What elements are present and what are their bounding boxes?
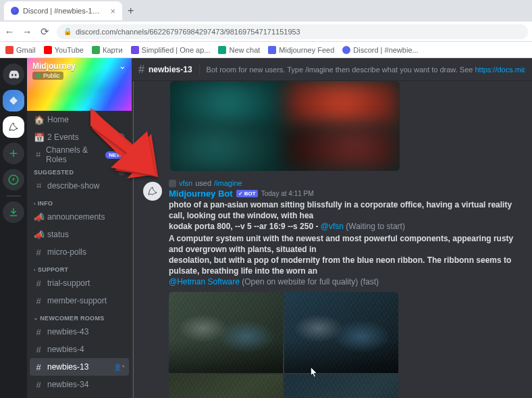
caret-icon: › xyxy=(34,268,36,272)
discord-icon xyxy=(7,68,20,80)
author-name[interactable]: Midjourney Bot xyxy=(169,189,233,199)
hash-icon: # xyxy=(34,278,43,289)
hash-icon: # xyxy=(34,380,43,390)
grid-quad-2 xyxy=(284,292,398,374)
guild-midjourney[interactable] xyxy=(3,116,24,138)
separator xyxy=(199,64,200,75)
bookmarks-bar: Gmail YouTube Карти Simplified | One ap.… xyxy=(0,42,532,58)
browse-icon: ⌗ xyxy=(34,149,42,160)
nav-events[interactable]: 📅 2 Events 2 xyxy=(30,128,129,146)
announce-icon: 📣 xyxy=(34,230,43,240)
bookmark-simplified[interactable]: Simplified | One ap... xyxy=(131,46,211,54)
hash-icon: # xyxy=(34,345,43,355)
channel-status[interactable]: 📣status xyxy=(30,226,129,243)
close-category-icon[interactable] xyxy=(118,169,125,176)
compass-icon xyxy=(7,174,20,186)
verified-icon xyxy=(36,73,41,78)
bot-avatar[interactable] xyxy=(143,182,162,201)
category-suggested[interactable]: SUGGESTED xyxy=(30,164,129,177)
tab-title: Discord | #newbies-13 | Midjo... xyxy=(23,7,103,15)
guild-rail xyxy=(0,58,27,398)
hash-icon: # xyxy=(34,327,43,337)
nav-toolbar: ← → ⟳ 🔒 discord.com/channels/66226797698… xyxy=(0,22,532,42)
forward-button[interactable]: → xyxy=(22,26,32,37)
gear-icon xyxy=(169,180,176,187)
events-count-badge: 2 xyxy=(116,133,125,142)
category-newcomer-rooms[interactable]: ⌄NEWCOMER ROOMS xyxy=(30,309,129,323)
midjourney-icon xyxy=(147,185,159,197)
public-badge: Public xyxy=(32,72,63,80)
channel-newbies-13-selected[interactable]: #newbies-13👤⁺ xyxy=(30,358,129,376)
message-text-2: A computer system unit with the newest a… xyxy=(169,233,523,288)
channel-topic[interactable]: Bot room for new users. Type /imagine th… xyxy=(207,66,525,74)
forum-icon: ⌗ xyxy=(34,180,43,191)
new-badge: NEW xyxy=(105,151,125,159)
message-header: Midjourney Bot ✓ BOT Today at 4:11 PM xyxy=(169,189,523,199)
announce-icon: 📣 xyxy=(34,212,43,222)
rail-separator xyxy=(6,195,21,197)
caret-down-icon: ⌄ xyxy=(34,316,38,321)
channel-newbies-4[interactable]: #newbies-4 xyxy=(30,341,129,358)
prev-generation-thumb[interactable] xyxy=(170,81,400,171)
server-name: Midjourney xyxy=(32,61,76,71)
messages-scroll[interactable]: vfsn used /imagine Midjourney Bot ✓ BOT … xyxy=(133,81,532,398)
channel-micro-polls[interactable]: #micro-polls xyxy=(30,243,129,261)
guild-other[interactable] xyxy=(3,90,24,111)
channel-scroll[interactable]: 🏠 Home 📅 2 Events 2 ⌗ Channels & Roles N… xyxy=(27,111,132,398)
category-info[interactable]: ›INFO xyxy=(30,195,129,208)
address-bar[interactable]: 🔒 discord.com/channels/66226797698429747… xyxy=(57,24,528,39)
server-header[interactable]: Midjourney ⌄ Public xyxy=(27,58,132,111)
dm-button[interactable] xyxy=(3,64,24,85)
new-tab-button[interactable]: + xyxy=(122,5,139,17)
grid-quad-1 xyxy=(169,292,283,374)
create-invite-icon[interactable]: 👤⁺ xyxy=(113,364,125,371)
reload-button[interactable]: ⟳ xyxy=(39,26,50,38)
used-by-user[interactable]: vfsn xyxy=(179,179,192,187)
channel-trial-support[interactable]: #trial-support xyxy=(30,274,129,292)
bookmark-icon xyxy=(131,46,139,54)
explore-button[interactable] xyxy=(3,169,24,191)
channel-newbies-43[interactable]: #newbies-43 xyxy=(30,323,129,341)
channel-announcements[interactable]: 📣announcements xyxy=(30,208,129,226)
discord-favicon xyxy=(11,7,19,15)
browser-chrome: Discord | #newbies-13 | Midjo... × + ← →… xyxy=(0,0,532,58)
home-icon: 🏠 xyxy=(34,115,43,125)
lock-icon: 🔒 xyxy=(63,28,72,35)
bookmark-discord[interactable]: Discord | #newbie... xyxy=(342,46,418,54)
channel-describe-show[interactable]: ⌗ describe-show xyxy=(30,177,129,195)
download-button[interactable] xyxy=(3,201,24,223)
category-support[interactable]: ›SUPPORT xyxy=(30,261,129,274)
topic-link[interactable]: https://docs.midjourney.com/ xyxy=(475,66,525,74)
channel-topbar: # newbies-13 Bot room for new users. Typ… xyxy=(132,58,532,81)
channel-member-support[interactable]: #member-support xyxy=(30,292,129,309)
nav-channels-roles[interactable]: ⌗ Channels & Roles NEW xyxy=(30,146,129,164)
generation-grid[interactable] xyxy=(169,292,398,399)
grid-quad-3 xyxy=(169,374,283,398)
bookmark-gmail[interactable]: Gmail xyxy=(5,46,36,54)
timestamp: Today at 4:11 PM xyxy=(261,190,314,197)
back-button[interactable]: ← xyxy=(4,26,15,37)
command-used-line: vfsn used /imagine xyxy=(169,179,523,187)
channel-newbies-34[interactable]: #newbies-34 xyxy=(30,376,129,393)
grid-quad-4 xyxy=(284,374,398,398)
bookmark-icon xyxy=(92,46,100,54)
bookmark-mj-feed[interactable]: Midjourney Feed xyxy=(268,46,334,54)
close-tab-icon[interactable]: × xyxy=(110,6,115,16)
browser-tab[interactable]: Discord | #newbies-13 | Midjo... × xyxy=(4,1,122,20)
nav-home[interactable]: 🏠 Home xyxy=(30,111,129,128)
add-server-button[interactable] xyxy=(3,143,24,164)
message-text-1: photo of a pan-asian woman sitting bliss… xyxy=(169,199,523,232)
message: vfsn used /imagine Midjourney Bot ✓ BOT … xyxy=(143,178,523,398)
category-newcomer-rooms-2[interactable]: ⌄NEWCOMER ROOMS 2 xyxy=(30,393,129,398)
mention-hetman[interactable]: @Hetman Software xyxy=(169,277,240,287)
plus-icon xyxy=(7,147,20,159)
hash-icon: # xyxy=(34,247,43,257)
bookmark-youtube[interactable]: YouTube xyxy=(44,46,84,54)
tab-strip: Discord | #newbies-13 | Midjo... × + xyxy=(0,0,532,22)
slash-command[interactable]: /imagine xyxy=(214,179,242,187)
calendar-icon: 📅 xyxy=(34,132,43,143)
bookmark-maps[interactable]: Карти xyxy=(92,46,123,54)
bookmark-icon xyxy=(44,46,52,54)
bookmark-newchat[interactable]: New chat xyxy=(218,46,260,54)
mention-vfsn[interactable]: @vfsn xyxy=(321,222,344,231)
